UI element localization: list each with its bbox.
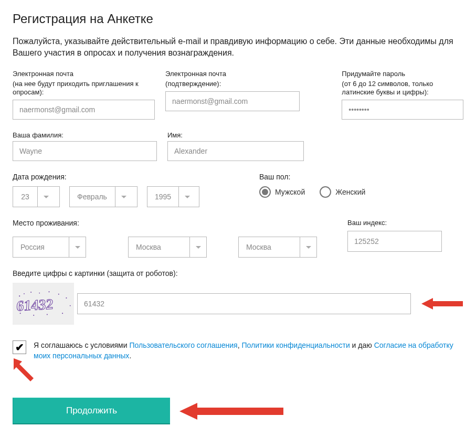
svg-point-10 <box>47 314 48 315</box>
dob-day-select[interactable]: 23 <box>13 186 60 207</box>
arrow-annotation-icon <box>10 356 37 382</box>
email-block: Электронная почта (на нее будут приходит… <box>13 70 155 120</box>
email-confirm-label: Электронная почта <box>165 70 300 78</box>
zip-block: Ваш индекс: <box>347 219 442 252</box>
dob-label: Дата рождения: <box>13 173 259 181</box>
dob-year-select[interactable]: 1995 <box>147 186 199 207</box>
password-input[interactable] <box>342 100 463 120</box>
password-note: (от 6 до 12 символов, только латинские б… <box>342 80 463 97</box>
place-block: Место проживания: Россия Москва Москва <box>13 219 327 258</box>
svg-point-1 <box>24 293 25 294</box>
captcha-image: 61432 <box>13 283 74 325</box>
gender-female-radio[interactable]: Женский <box>320 186 365 198</box>
row-dob-gender: Дата рождения: 23 Февраль 1995 Ваш пол: … <box>13 173 463 207</box>
email-input[interactable] <box>13 100 155 120</box>
zip-label: Ваш индекс: <box>347 219 442 227</box>
consent-t2: и даю <box>350 341 374 349</box>
chevron-down-icon <box>115 187 132 207</box>
consent-checkbox[interactable]: ✔ <box>13 340 26 354</box>
continue-button[interactable]: Продолжить <box>13 398 170 424</box>
svg-point-7 <box>70 305 71 306</box>
place-selects: Россия Москва Москва <box>13 237 327 258</box>
dob-month-value: Февраль <box>70 193 115 201</box>
captcha-block: Введите цифры с картинки (защита от робо… <box>13 269 463 325</box>
email-confirm-note: (подтверждение): <box>165 80 300 88</box>
dob-day-value: 23 <box>13 193 37 201</box>
dob-block: Дата рождения: 23 Февраль 1995 <box>13 173 259 207</box>
email-confirm-input[interactable] <box>165 91 300 111</box>
svg-marker-14 <box>179 403 283 420</box>
privacy-policy-link[interactable]: Политики конфиденциальности <box>241 341 350 349</box>
country-value: Россия <box>13 243 69 251</box>
chevron-down-icon <box>69 237 86 257</box>
arrow-annotation-icon <box>421 294 463 313</box>
captcha-input[interactable] <box>77 293 410 314</box>
user-agreement-link[interactable]: Пользовательского соглашения <box>129 341 237 349</box>
intro-text: Пожалуйста, указывайте действительный e-… <box>13 36 459 59</box>
captcha-row: 61432 <box>13 283 463 325</box>
email-confirm-block: Электронная почта (подтверждение): <box>165 70 300 111</box>
svg-point-4 <box>48 292 49 293</box>
svg-point-0 <box>19 296 20 297</box>
radio-icon <box>259 186 271 198</box>
gender-radio-group: Мужской Женский <box>259 186 365 198</box>
city-select[interactable]: Москва <box>238 237 317 258</box>
svg-marker-12 <box>421 298 463 310</box>
consent-dot: . <box>129 351 131 360</box>
row-email-password: Электронная почта (на нее будут приходит… <box>13 70 463 120</box>
surname-input[interactable] <box>13 141 157 161</box>
arrow-annotation-icon <box>179 402 284 421</box>
svg-point-2 <box>30 292 31 293</box>
svg-point-6 <box>66 297 67 298</box>
surname-label: Ваша фамилия: <box>13 131 157 139</box>
dob-month-select[interactable]: Февраль <box>69 186 137 207</box>
captcha-label: Введите цифры с картинки (защита от робо… <box>13 269 463 278</box>
password-label: Придумайте пароль <box>342 70 463 78</box>
gender-block: Ваш пол: Мужской Женский <box>259 173 365 207</box>
chevron-down-icon <box>37 187 54 207</box>
svg-point-9 <box>33 315 34 316</box>
region-value: Москва <box>129 243 189 251</box>
country-select[interactable]: Россия <box>13 237 86 258</box>
consent-text: Я соглашаюсь с условиями Пользовательско… <box>34 340 463 361</box>
page-title: Регистрация на Анкетке <box>13 12 463 26</box>
dob-selects: 23 Февраль 1995 <box>13 186 259 207</box>
email-note: (на нее будут приходить приглашения к оп… <box>13 80 155 97</box>
surname-block: Ваша фамилия: <box>13 131 157 161</box>
city-value: Москва <box>239 243 300 251</box>
row-name: Ваша фамилия: Имя: <box>13 131 463 161</box>
svg-point-5 <box>58 294 59 295</box>
dob-year-value: 1995 <box>147 193 178 201</box>
gender-female-label: Женский <box>335 188 365 196</box>
chevron-down-icon <box>178 187 195 207</box>
svg-point-11 <box>62 313 63 314</box>
name-input[interactable] <box>167 141 304 161</box>
radio-icon <box>320 186 331 198</box>
region-select[interactable]: Москва <box>128 237 207 258</box>
email-label: Электронная почта <box>13 70 155 78</box>
svg-marker-13 <box>14 358 34 381</box>
gender-male-label: Мужской <box>275 188 305 196</box>
name-block: Имя: <box>167 131 304 161</box>
chevron-down-icon <box>300 237 316 257</box>
submit-row: Продолжить <box>13 398 463 424</box>
row-place-zip: Место проживания: Россия Москва Москва <box>13 219 463 258</box>
zip-input[interactable] <box>347 231 442 252</box>
gender-label: Ваш пол: <box>259 173 365 181</box>
chevron-down-icon <box>189 237 206 257</box>
name-label: Имя: <box>167 131 304 139</box>
consent-row: ✔ Я соглашаюсь с условиями Пользовательс… <box>13 340 463 361</box>
svg-point-8 <box>20 313 21 314</box>
captcha-distorted-text: 61432 <box>16 296 54 314</box>
place-label: Место проживания: <box>13 219 327 227</box>
gender-male-radio[interactable]: Мужской <box>259 186 305 198</box>
consent-t1: Я соглашаюсь с условиями <box>34 341 129 349</box>
svg-point-3 <box>39 293 40 294</box>
check-icon: ✔ <box>15 342 24 353</box>
password-block: Придумайте пароль (от 6 до 12 символов, … <box>342 70 463 120</box>
